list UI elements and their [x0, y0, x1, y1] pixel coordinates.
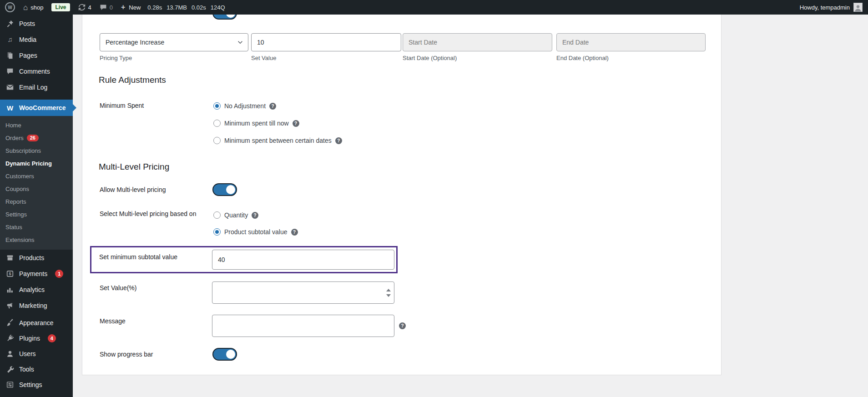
sidebar-item-marketing[interactable]: Marketing	[0, 297, 73, 313]
allow-multi-level-toggle[interactable]	[212, 183, 237, 196]
qm-db-time: 0.02s	[192, 4, 206, 11]
query-monitor-stats[interactable]: 0.28s 13.7MB 0.02s 124Q	[145, 4, 227, 11]
sidebar-item-pages[interactable]: Pages	[0, 47, 73, 63]
spinner-down-icon[interactable]	[386, 294, 391, 297]
message-label: Message	[100, 317, 126, 325]
radio-selected[interactable]	[213, 228, 221, 236]
submenu-item-dynamic-pricing[interactable]: Dynamic Pricing	[0, 157, 73, 170]
sidebar-item-analytics[interactable]: Analytics	[0, 281, 73, 297]
avatar[interactable]	[853, 3, 863, 12]
help-icon[interactable]: ?	[252, 212, 258, 219]
submenu-label: Coupons	[5, 186, 29, 192]
megaphone-icon	[5, 302, 15, 310]
clipped-toggle[interactable]	[212, 15, 237, 20]
submenu-item-extensions[interactable]: Extensions	[0, 233, 73, 246]
end-date-input[interactable]	[556, 33, 706, 51]
help-icon[interactable]: ?	[269, 103, 276, 110]
site-link[interactable]: ⌂ shop	[19, 0, 47, 15]
radio-label: Minimum spent between certain dates	[224, 137, 332, 144]
radio-selected[interactable]	[213, 102, 221, 110]
sidebar-item-label: Marketing	[19, 302, 47, 309]
submenu-item-status[interactable]: Status	[0, 221, 73, 233]
submenu-item-customers[interactable]: Customers	[0, 170, 73, 182]
sidebar-item-appearance[interactable]: Appearance	[0, 315, 73, 331]
sidebar-item-email-log[interactable]: Email Log	[0, 79, 73, 95]
submenu-item-reports[interactable]: Reports	[0, 195, 73, 208]
sidebar: Posts ♫ Media Pages Comments Email Log W…	[0, 15, 73, 397]
submenu-item-settings[interactable]: Settings	[0, 208, 73, 221]
pricing-type-label: Pricing Type	[100, 55, 132, 61]
sidebar-item-comments[interactable]: Comments	[0, 63, 73, 79]
help-icon[interactable]: ?	[399, 322, 406, 329]
radio-option-minimum-spent-between-dates[interactable]: Minimum spent between certain dates ?	[213, 136, 342, 145]
radio-option-product-subtotal[interactable]: Product subtotal value ?	[213, 228, 298, 236]
sidebar-item-payments[interactable]: $ Payments 1	[0, 266, 73, 281]
radio-option-minimum-spent-till-now[interactable]: Minimum spent till now ?	[213, 119, 299, 127]
message-input[interactable]	[212, 315, 394, 337]
submenu-item-subscriptions[interactable]: Subscriptions	[0, 144, 73, 157]
radio-unselected[interactable]	[213, 120, 221, 127]
sidebar-item-products[interactable]: Products	[0, 250, 73, 266]
sidebar-item-label: Products	[19, 254, 44, 261]
start-date-label: Start Date (Optional)	[403, 55, 457, 61]
sidebar-item-tools[interactable]: Tools	[0, 362, 73, 377]
set-value-input[interactable]	[251, 33, 401, 51]
radio-option-no-adjustment[interactable]: No Adjustment ?	[213, 102, 276, 110]
number-spinner[interactable]	[386, 289, 391, 297]
pages-icon	[5, 51, 15, 60]
new-content-link[interactable]: + New	[117, 0, 145, 15]
start-date-input[interactable]	[403, 33, 552, 51]
pricing-type-select[interactable]: Percentage Increase	[100, 33, 248, 51]
qm-query-count: 124Q	[211, 4, 225, 11]
sidebar-item-label: Analytics	[19, 286, 45, 293]
rule-adjustments-heading: Rule Adjustments	[99, 75, 166, 85]
allow-multi-level-label: Allow Multi-level pricing	[100, 186, 166, 193]
updates-link[interactable]: 4	[74, 0, 96, 15]
show-progress-label: Show progress bar	[100, 351, 153, 358]
min-subtotal-label: Set minimum subtotal value	[99, 253, 177, 261]
live-badge: Live	[51, 3, 70, 11]
minimum-spent-label: Minimum Spent	[100, 102, 144, 109]
show-progress-toggle[interactable]	[212, 348, 237, 361]
submenu-item-home[interactable]: Home	[0, 119, 73, 131]
howdy-account-link[interactable]: Howdy, tempadmin	[800, 4, 850, 11]
woocommerce-icon: W	[5, 104, 15, 112]
radio-option-quantity[interactable]: Quantity ?	[213, 211, 258, 219]
sidebar-item-label: Pages	[19, 52, 37, 59]
new-label: New	[129, 4, 141, 11]
live-indicator[interactable]: Live	[47, 0, 74, 15]
submenu-item-orders[interactable]: Orders 26	[0, 131, 73, 144]
wrench-icon	[5, 365, 15, 373]
spinner-up-icon[interactable]	[386, 289, 391, 291]
site-name: shop	[30, 4, 43, 11]
sidebar-item-settings[interactable]: Settings	[0, 377, 73, 392]
update-count: 4	[88, 4, 91, 11]
user-icon	[5, 350, 15, 358]
help-icon[interactable]: ?	[291, 229, 298, 236]
plus-icon: +	[121, 4, 125, 11]
radio-unselected[interactable]	[213, 137, 221, 144]
set-value-pct-input[interactable]	[212, 281, 394, 304]
sidebar-item-label: Media	[19, 36, 36, 43]
brush-icon	[5, 319, 15, 327]
sidebar-item-woocommerce[interactable]: W WooCommerce	[0, 100, 73, 116]
submenu-item-coupons[interactable]: Coupons	[0, 182, 73, 195]
woocommerce-submenu: Home Orders 26 Subscriptions Dynamic Pri…	[0, 116, 73, 250]
updates-icon	[78, 4, 86, 11]
plugins-count-badge: 4	[48, 334, 56, 342]
wp-logo-menu[interactable]: W	[0, 0, 19, 15]
sidebar-item-plugins[interactable]: Plugins 4	[0, 331, 73, 346]
submenu-label: Extensions	[5, 236, 35, 243]
content-area: Percentage Increase Pricing Type Set Val…	[73, 15, 868, 397]
radio-label: Quantity	[224, 211, 248, 219]
qm-load-time: 0.28s	[147, 4, 162, 11]
comments-link[interactable]: 0	[96, 0, 117, 15]
sidebar-item-users[interactable]: Users	[0, 346, 73, 362]
sidebar-item-media[interactable]: ♫ Media	[0, 31, 73, 47]
radio-unselected[interactable]	[213, 211, 221, 219]
help-icon[interactable]: ?	[335, 137, 342, 144]
sidebar-item-posts[interactable]: Posts	[0, 15, 73, 31]
help-icon[interactable]: ?	[293, 120, 299, 127]
min-subtotal-input[interactable]	[212, 250, 394, 270]
sidebar-item-label: Comments	[19, 68, 50, 75]
